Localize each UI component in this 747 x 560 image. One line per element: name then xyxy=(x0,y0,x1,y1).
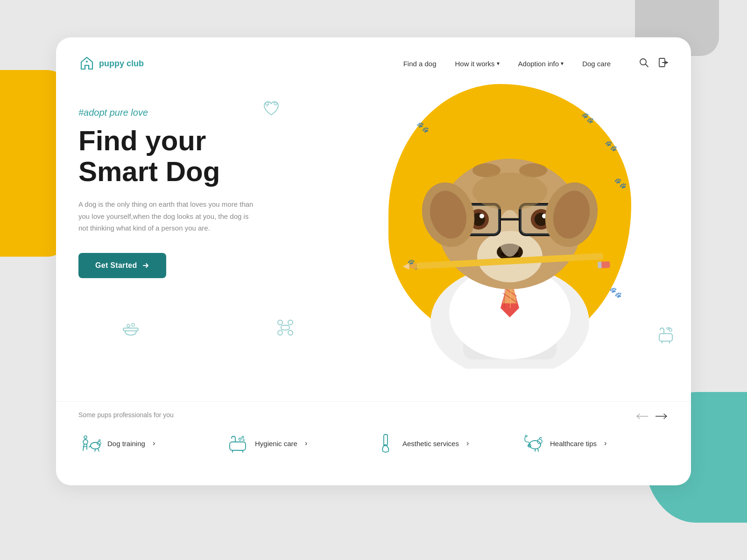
chevron-down-icon: ▾ xyxy=(497,60,500,67)
svg-point-62 xyxy=(83,440,88,444)
carousel-nav xyxy=(635,411,669,422)
nav-find-dog-label: Find a dog xyxy=(403,60,437,68)
service-hygienic-care[interactable]: Hygienic care › xyxy=(226,428,374,459)
svg-rect-70 xyxy=(384,434,388,446)
svg-point-21 xyxy=(498,210,521,257)
get-started-button[interactable]: Get Started xyxy=(78,253,166,278)
main-card: puppy club Find a dog How it works ▾ Ado… xyxy=(56,37,691,485)
healthcare-tips-label: Healthcare tips xyxy=(550,440,597,448)
dog-svg xyxy=(379,79,641,369)
search-icon[interactable] xyxy=(639,57,649,70)
hero-description: A dog is the only thing on earth that lo… xyxy=(78,198,256,234)
carousel-next-button[interactable] xyxy=(655,411,669,422)
chevron-down-icon-2: ▾ xyxy=(561,60,564,67)
services-row: Dog training › Hy xyxy=(78,428,669,459)
hero-hashtag: #adopt pure love xyxy=(78,107,303,118)
nav-find-dog[interactable]: Find a dog xyxy=(403,60,437,68)
svg-point-58 xyxy=(669,329,672,331)
services-label: Some pups professionals for you xyxy=(78,411,669,419)
svg-rect-66 xyxy=(230,442,246,450)
hero-title-line1: Find your xyxy=(78,125,206,156)
svg-point-33 xyxy=(479,214,484,218)
hero-left: #adopt pure love Find your Smart Dog A d… xyxy=(78,93,303,378)
aesthetic-services-label: Aesthetic services xyxy=(402,440,459,448)
dog-image xyxy=(379,79,641,369)
nav-dog-care-label: Dog care xyxy=(582,60,611,68)
login-icon[interactable] xyxy=(658,57,669,70)
logo-house-icon xyxy=(78,55,95,72)
nav-dog-care[interactable]: Dog care xyxy=(582,60,611,68)
svg-point-67 xyxy=(239,438,241,441)
hero-title: Find your Smart Dog xyxy=(78,126,303,187)
hygienic-care-arrow: › xyxy=(305,439,307,448)
hero-title-line2: Smart Dog xyxy=(78,156,220,187)
healthcare-arrow: › xyxy=(604,439,606,448)
services-section: Some pups professionals for you xyxy=(56,401,691,485)
dog-training-arrow: › xyxy=(153,439,155,448)
logo[interactable]: puppy club xyxy=(78,55,144,72)
svg-rect-43 xyxy=(598,262,602,268)
logo-text: puppy club xyxy=(99,59,144,69)
carousel-prev-button[interactable] xyxy=(635,411,648,422)
svg-point-59 xyxy=(667,328,669,329)
svg-point-69 xyxy=(243,440,245,441)
arrow-right-icon xyxy=(142,262,149,269)
dog-training-icon xyxy=(78,432,102,455)
aesthetic-services-icon xyxy=(374,432,397,455)
svg-line-2 xyxy=(646,64,648,67)
service-aesthetic[interactable]: Aesthetic services › xyxy=(374,428,521,459)
service-healthcare[interactable]: Healthcare tips › xyxy=(521,428,669,459)
dog-training-label: Dog training xyxy=(107,440,145,448)
svg-point-0 xyxy=(86,61,88,63)
svg-point-75 xyxy=(525,435,527,437)
svg-marker-41 xyxy=(402,263,409,270)
nav-how-it-works[interactable]: How it works ▾ xyxy=(455,60,500,68)
svg-point-46 xyxy=(472,173,547,210)
svg-point-63 xyxy=(84,436,87,439)
aesthetic-arrow: › xyxy=(466,439,469,448)
nav-links: Find a dog How it works ▾ Adoption info … xyxy=(403,60,611,68)
svg-point-72 xyxy=(529,441,541,449)
nav-adoption-info[interactable]: Adoption info ▾ xyxy=(518,60,564,68)
nav-adoption-info-label: Adoption info xyxy=(518,60,559,68)
navbar: puppy club Find a dog How it works ▾ Ado… xyxy=(56,37,691,75)
bath-deco-icon xyxy=(655,324,677,350)
hygienic-care-icon xyxy=(226,432,249,455)
nav-how-it-works-label: How it works xyxy=(455,60,495,68)
nav-icon-group xyxy=(639,57,669,70)
hero-section: #adopt pure love Find your Smart Dog A d… xyxy=(56,75,691,378)
hygienic-care-label: Hygienic care xyxy=(255,440,297,448)
svg-point-64 xyxy=(91,442,100,449)
hero-right: 🐾 🐾 🐾 🐾 🐾 🐾 xyxy=(303,93,669,378)
svg-point-68 xyxy=(242,436,244,438)
service-dog-training[interactable]: Dog training › xyxy=(78,428,226,459)
cta-label: Get Started xyxy=(95,261,137,270)
svg-rect-57 xyxy=(659,334,672,341)
healthcare-tips-icon xyxy=(521,432,544,455)
